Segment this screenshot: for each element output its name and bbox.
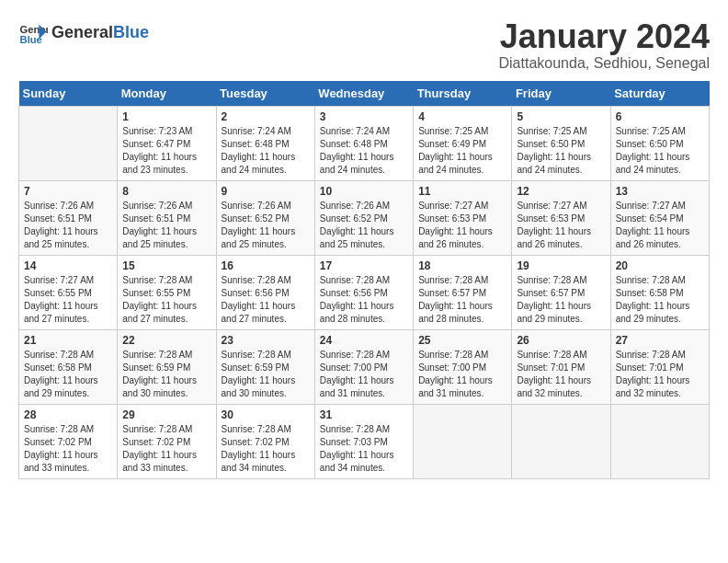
day-info: Sunrise: 7:26 AMSunset: 6:52 PMDaylight:… (222, 200, 310, 251)
calendar-cell: 17Sunrise: 7:28 AMSunset: 6:56 PMDayligh… (314, 255, 413, 329)
day-number: 6 (616, 110, 704, 123)
title-block: January 2024 Diattakounda, Sedhiou, Sene… (498, 18, 710, 72)
calendar-cell: 9Sunrise: 7:26 AMSunset: 6:52 PMDaylight… (216, 180, 314, 255)
day-number: 19 (517, 259, 605, 272)
calendar-cell: 19Sunrise: 7:28 AMSunset: 6:57 PMDayligh… (512, 255, 610, 329)
header-tuesday: Tuesday (216, 81, 314, 107)
day-number: 4 (418, 110, 506, 123)
day-number: 25 (418, 334, 506, 347)
day-number: 13 (616, 185, 704, 198)
day-info: Sunrise: 7:28 AMSunset: 6:55 PMDaylight:… (122, 274, 210, 326)
calendar-cell: 7Sunrise: 7:26 AMSunset: 6:51 PMDaylight… (19, 180, 118, 255)
calendar-cell: 5Sunrise: 7:25 AMSunset: 6:50 PMDaylight… (512, 106, 610, 180)
day-number: 22 (122, 334, 210, 347)
day-number: 17 (320, 259, 408, 272)
calendar-cell (414, 404, 512, 478)
calendar-cell: 1Sunrise: 7:23 AMSunset: 6:47 PMDaylight… (118, 106, 216, 180)
day-number: 1 (122, 110, 210, 123)
day-number: 14 (24, 259, 112, 272)
day-number: 2 (222, 110, 310, 123)
day-info: Sunrise: 7:23 AMSunset: 6:47 PMDaylight:… (122, 125, 210, 177)
calendar-cell: 13Sunrise: 7:27 AMSunset: 6:54 PMDayligh… (610, 180, 709, 255)
header-saturday: Saturday (610, 81, 709, 107)
day-info: Sunrise: 7:28 AMSunset: 6:58 PMDaylight:… (616, 274, 704, 326)
calendar-body: 1Sunrise: 7:23 AMSunset: 6:47 PMDaylight… (19, 106, 710, 478)
calendar-cell: 20Sunrise: 7:28 AMSunset: 6:58 PMDayligh… (610, 255, 709, 329)
svg-text:Blue: Blue (20, 34, 42, 45)
calendar-cell: 29Sunrise: 7:28 AMSunset: 7:02 PMDayligh… (118, 404, 216, 478)
day-info: Sunrise: 7:28 AMSunset: 6:59 PMDaylight:… (122, 349, 210, 400)
calendar-week-row: 1Sunrise: 7:23 AMSunset: 6:47 PMDaylight… (19, 106, 710, 180)
logo: General Blue GeneralBlue (18, 18, 149, 48)
day-number: 10 (320, 185, 408, 198)
calendar-cell: 16Sunrise: 7:28 AMSunset: 6:56 PMDayligh… (216, 255, 314, 329)
day-info: Sunrise: 7:28 AMSunset: 6:58 PMDaylight:… (24, 349, 112, 400)
logo-blue-text: Blue (113, 23, 149, 41)
header-wednesday: Wednesday (314, 81, 413, 107)
day-number: 24 (320, 334, 408, 347)
calendar-cell: 8Sunrise: 7:26 AMSunset: 6:51 PMDaylight… (118, 180, 216, 255)
day-info: Sunrise: 7:28 AMSunset: 6:57 PMDaylight:… (418, 274, 506, 326)
header-thursday: Thursday (414, 81, 512, 107)
day-number: 15 (122, 259, 210, 272)
day-info: Sunrise: 7:28 AMSunset: 7:02 PMDaylight:… (222, 423, 310, 475)
day-info: Sunrise: 7:24 AMSunset: 6:48 PMDaylight:… (320, 125, 408, 177)
header-monday: Monday (118, 81, 216, 107)
day-info: Sunrise: 7:28 AMSunset: 7:00 PMDaylight:… (320, 349, 408, 400)
calendar-cell: 18Sunrise: 7:28 AMSunset: 6:57 PMDayligh… (414, 255, 512, 329)
day-number: 20 (616, 259, 704, 272)
day-number: 26 (517, 334, 605, 347)
calendar-cell (512, 404, 610, 478)
calendar-cell: 6Sunrise: 7:25 AMSunset: 6:50 PMDaylight… (610, 106, 709, 180)
day-info: Sunrise: 7:28 AMSunset: 6:56 PMDaylight:… (320, 274, 408, 326)
calendar-cell: 21Sunrise: 7:28 AMSunset: 6:58 PMDayligh… (19, 329, 118, 404)
calendar-cell: 4Sunrise: 7:25 AMSunset: 6:49 PMDaylight… (414, 106, 512, 180)
calendar-cell: 10Sunrise: 7:26 AMSunset: 6:52 PMDayligh… (314, 180, 413, 255)
calendar-week-row: 28Sunrise: 7:28 AMSunset: 7:02 PMDayligh… (19, 404, 710, 478)
page-header: General Blue GeneralBlue January 2024 Di… (18, 18, 710, 72)
day-info: Sunrise: 7:28 AMSunset: 6:59 PMDaylight:… (222, 349, 310, 400)
day-number: 3 (320, 110, 408, 123)
calendar-cell: 14Sunrise: 7:27 AMSunset: 6:55 PMDayligh… (19, 255, 118, 329)
day-info: Sunrise: 7:28 AMSunset: 7:00 PMDaylight:… (418, 349, 506, 400)
day-info: Sunrise: 7:26 AMSunset: 6:51 PMDaylight:… (122, 200, 210, 251)
day-number: 18 (418, 259, 506, 272)
month-title: January 2024 (498, 18, 710, 55)
calendar-cell (19, 106, 118, 180)
calendar-cell: 2Sunrise: 7:24 AMSunset: 6:48 PMDaylight… (216, 106, 314, 180)
calendar-cell: 28Sunrise: 7:28 AMSunset: 7:02 PMDayligh… (19, 404, 118, 478)
day-number: 21 (24, 334, 112, 347)
day-number: 12 (517, 185, 605, 198)
day-info: Sunrise: 7:27 AMSunset: 6:53 PMDaylight:… (418, 200, 506, 251)
day-info: Sunrise: 7:28 AMSunset: 6:57 PMDaylight:… (517, 274, 605, 326)
day-info: Sunrise: 7:28 AMSunset: 7:01 PMDaylight:… (616, 349, 704, 400)
day-info: Sunrise: 7:27 AMSunset: 6:54 PMDaylight:… (616, 200, 704, 251)
day-info: Sunrise: 7:28 AMSunset: 6:56 PMDaylight:… (222, 274, 310, 326)
calendar-table: SundayMondayTuesdayWednesdayThursdayFrid… (18, 81, 710, 479)
logo-general-text: General (51, 23, 113, 41)
calendar-cell: 27Sunrise: 7:28 AMSunset: 7:01 PMDayligh… (610, 329, 709, 404)
calendar-cell: 3Sunrise: 7:24 AMSunset: 6:48 PMDaylight… (314, 106, 413, 180)
calendar-cell: 12Sunrise: 7:27 AMSunset: 6:53 PMDayligh… (512, 180, 610, 255)
calendar-week-row: 14Sunrise: 7:27 AMSunset: 6:55 PMDayligh… (19, 255, 710, 329)
calendar-cell: 26Sunrise: 7:28 AMSunset: 7:01 PMDayligh… (512, 329, 610, 404)
calendar-cell: 15Sunrise: 7:28 AMSunset: 6:55 PMDayligh… (118, 255, 216, 329)
day-info: Sunrise: 7:26 AMSunset: 6:51 PMDaylight:… (24, 200, 112, 251)
day-info: Sunrise: 7:26 AMSunset: 6:52 PMDaylight:… (320, 200, 408, 251)
day-number: 23 (222, 334, 310, 347)
day-number: 11 (418, 185, 506, 198)
day-info: Sunrise: 7:28 AMSunset: 7:01 PMDaylight:… (517, 349, 605, 400)
day-info: Sunrise: 7:27 AMSunset: 6:55 PMDaylight:… (24, 274, 112, 326)
day-info: Sunrise: 7:28 AMSunset: 7:02 PMDaylight:… (24, 423, 112, 475)
calendar-cell (610, 404, 709, 478)
logo-icon: General Blue (18, 18, 48, 48)
calendar-cell: 30Sunrise: 7:28 AMSunset: 7:02 PMDayligh… (216, 404, 314, 478)
day-number: 28 (24, 408, 112, 421)
day-info: Sunrise: 7:25 AMSunset: 6:50 PMDaylight:… (616, 125, 704, 177)
calendar-cell: 11Sunrise: 7:27 AMSunset: 6:53 PMDayligh… (414, 180, 512, 255)
day-number: 7 (24, 185, 112, 198)
calendar-cell: 24Sunrise: 7:28 AMSunset: 7:00 PMDayligh… (314, 329, 413, 404)
day-info: Sunrise: 7:28 AMSunset: 7:03 PMDaylight:… (320, 423, 408, 475)
day-number: 16 (222, 259, 310, 272)
header-sunday: Sunday (19, 81, 118, 107)
